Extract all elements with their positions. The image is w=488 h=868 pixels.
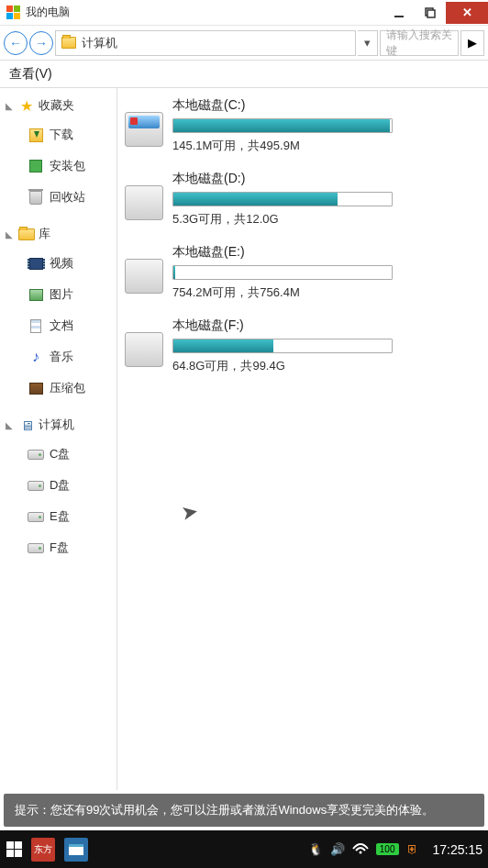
drive-item[interactable]: 本地磁盘(D:)5.3G可用，共12.0G <box>125 171 481 228</box>
svg-rect-4 <box>69 847 83 855</box>
svg-point-5 <box>359 851 361 854</box>
picture-icon <box>29 289 43 301</box>
disk-icon <box>28 512 44 522</box>
disk-icon <box>28 543 44 553</box>
maximize-button[interactable] <box>415 2 446 24</box>
taskbar: 东方 🐧 🔊 100 ⛨ 17:25:15 <box>0 830 488 868</box>
drive-item[interactable]: 本地磁盘(C:)145.1M可用，共495.9M <box>125 97 481 154</box>
trash-icon <box>29 191 42 205</box>
drive-info: 5.3G可用，共12.0G <box>172 211 470 228</box>
caret-icon: ◣ <box>6 101 15 111</box>
svg-rect-2 <box>427 10 435 17</box>
download-icon <box>29 128 43 142</box>
tray-volume-icon[interactable]: 🔊 <box>330 842 345 856</box>
archive-icon <box>29 383 43 395</box>
tray-battery-icon[interactable]: 100 <box>376 843 399 855</box>
address-bar[interactable]: 计算机 <box>55 30 356 56</box>
drive-icon <box>125 185 163 220</box>
menu-bar: 查看(V) <box>0 61 488 88</box>
taskbar-app-explorer[interactable] <box>64 838 88 862</box>
sidebar-favorites: ◣ ★ 收藏夹 下载 安装包 回收站 <box>6 97 116 213</box>
drive-name: 本地磁盘(C:) <box>172 97 470 114</box>
windows-logo-icon <box>6 6 20 20</box>
drive-name: 本地磁盘(D:) <box>172 171 470 187</box>
navigation-bar: ← → 计算机 ▾ 请输入搜索关键 ▶ <box>0 26 488 61</box>
titlebar: 我的电脑 ✕ <box>0 0 488 26</box>
sidebar-item-pictures[interactable]: 图片 <box>28 279 116 310</box>
tray-wifi-icon[interactable] <box>352 841 369 857</box>
cursor-icon: ➤ <box>180 500 200 527</box>
forward-button[interactable]: → <box>29 31 53 55</box>
svg-rect-3 <box>69 844 83 847</box>
sidebar-item-music[interactable]: ♪音乐 <box>28 341 116 373</box>
sidebar-head-favorites[interactable]: ◣ ★ 收藏夹 <box>6 97 116 114</box>
drive-name: 本地磁盘(E:) <box>172 244 470 261</box>
drive-info: 64.8G可用，共99.4G <box>172 358 470 374</box>
close-button[interactable]: ✕ <box>446 2 488 24</box>
drive-usage-bar <box>172 339 393 353</box>
drive-icon <box>125 259 163 294</box>
go-button[interactable]: ▶ <box>460 30 484 56</box>
sidebar-item-drive-f[interactable]: F盘 <box>28 532 116 563</box>
address-text: 计算机 <box>82 35 117 51</box>
document-icon <box>30 319 41 333</box>
sidebar-item-video[interactable]: 视频 <box>28 248 116 279</box>
computer-icon: 🖥 <box>18 417 35 432</box>
sidebar-item-archives[interactable]: 压缩包 <box>28 373 116 404</box>
sidebar-item-drive-d[interactable]: D盘 <box>28 470 116 501</box>
caret-icon: ◣ <box>6 229 15 239</box>
disk-icon <box>28 481 44 491</box>
sidebar-item-documents[interactable]: 文档 <box>28 310 116 341</box>
start-button[interactable] <box>6 841 22 858</box>
sidebar-head-computer[interactable]: ◣ 🖥 计算机 <box>6 417 116 433</box>
back-button[interactable]: ← <box>4 31 28 55</box>
package-icon <box>29 160 42 172</box>
drive-item[interactable]: 本地磁盘(F:)64.8G可用，共99.4G <box>125 317 481 374</box>
sidebar-item-drive-e[interactable]: E盘 <box>28 501 116 532</box>
sidebar-head-library[interactable]: ◣ 库 <box>6 226 116 242</box>
sidebar-item-drive-c[interactable]: C盘 <box>28 439 116 470</box>
disk-icon <box>28 450 44 460</box>
system-tray: 🐧 🔊 100 ⛨ 17:25:15 <box>308 841 482 857</box>
drive-item[interactable]: 本地磁盘(E:)754.2M可用，共756.4M <box>125 244 481 301</box>
drive-usage-bar <box>172 118 393 133</box>
sidebar-item-downloads[interactable]: 下载 <box>28 119 116 150</box>
explorer-window: 我的电脑 ✕ ← → 计算机 ▾ 请输入搜索关键 ▶ 查看(V) ◣ ★ 收藏夹 <box>0 0 488 830</box>
sidebar-library: ◣ 库 视频 图片 文档 ♪音乐 压缩包 <box>6 226 116 404</box>
drive-name: 本地磁盘(F:) <box>172 317 470 334</box>
drive-icon <box>125 112 163 147</box>
drive-info: 145.1M可用，共495.9M <box>172 138 470 154</box>
sidebar: ◣ ★ 收藏夹 下载 安装包 回收站 ◣ 库 视频 图片 <box>0 88 117 790</box>
tip-bar[interactable]: 提示：您还有99次试用机会，您可以注册或者激活Windows享受更完美的体验。 <box>4 794 484 827</box>
caret-icon: ◣ <box>6 420 15 430</box>
body: ◣ ★ 收藏夹 下载 安装包 回收站 ◣ 库 视频 图片 <box>0 88 488 790</box>
folder-icon <box>18 228 35 240</box>
drive-icon <box>125 332 163 367</box>
sidebar-computer: ◣ 🖥 计算机 C盘 D盘 E盘 F盘 <box>6 417 116 563</box>
sidebar-item-packages[interactable]: 安装包 <box>28 150 116 182</box>
drive-info: 754.2M可用，共756.4M <box>172 284 470 301</box>
address-dropdown[interactable]: ▾ <box>358 30 378 56</box>
video-icon <box>29 258 43 270</box>
tip-text: 提示：您还有99次试用机会，您可以注册或者激活Windows享受更完美的体验。 <box>15 802 434 818</box>
music-icon: ♪ <box>28 350 44 364</box>
taskbar-app-dongfang[interactable]: 东方 <box>31 838 55 862</box>
minimize-button[interactable] <box>383 2 415 24</box>
svg-rect-0 <box>394 16 404 17</box>
star-icon: ★ <box>18 98 35 113</box>
search-input[interactable]: 请输入搜索关键 <box>380 30 459 56</box>
drive-usage-bar <box>172 192 393 206</box>
drive-usage-bar <box>172 265 393 280</box>
tray-shield-icon[interactable]: ⛨ <box>406 842 418 856</box>
sidebar-item-recycle[interactable]: 回收站 <box>28 182 116 213</box>
folder-icon <box>61 37 76 49</box>
menu-view[interactable]: 查看(V) <box>9 66 52 83</box>
tray-qq-icon[interactable]: 🐧 <box>308 842 323 856</box>
window-title: 我的电脑 <box>26 5 70 20</box>
content-pane[interactable]: 本地磁盘(C:)145.1M可用，共495.9M本地磁盘(D:)5.3G可用，共… <box>117 88 488 790</box>
tray-clock[interactable]: 17:25:15 <box>433 842 483 857</box>
